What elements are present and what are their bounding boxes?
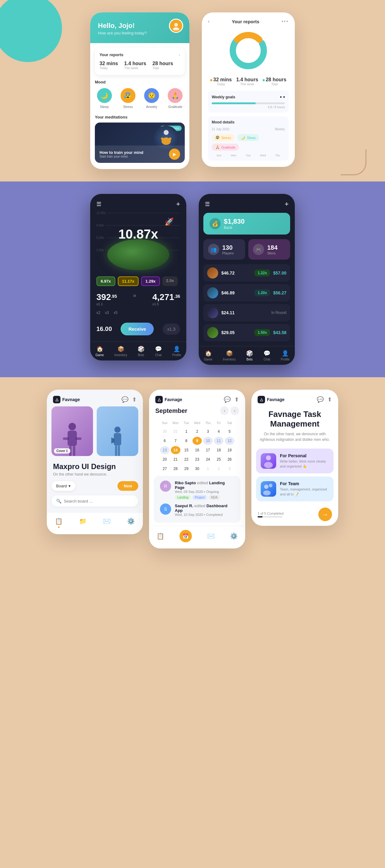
mult-opt-x2[interactable]: x2 — [96, 311, 100, 315]
cal-day-7[interactable]: 7 — [171, 437, 181, 445]
cal-day-31-prev[interactable]: 31 — [171, 428, 181, 436]
cal-day-4[interactable]: 4 — [214, 428, 224, 436]
cal-day-13[interactable]: 13 — [160, 446, 169, 454]
mult-badge-3[interactable]: 1.29x — [141, 276, 160, 286]
hamburger-menu-icon[interactable]: ☰ — [96, 201, 101, 208]
cal-day-6[interactable]: 6 — [160, 437, 169, 445]
mult-opt-x3[interactable]: x3 — [105, 311, 109, 315]
cal-day-24[interactable]: 24 — [203, 456, 213, 463]
nav-chat[interactable]: 💬 Chat — [155, 346, 162, 357]
mood-period-selector[interactable]: Weekly — [275, 127, 285, 131]
cal-day-12[interactable]: 12 — [225, 437, 234, 445]
music-card-2[interactable] — [97, 406, 138, 456]
add-button[interactable]: + — [176, 200, 180, 208]
sleep-tag[interactable]: 🌙 Sleep — [237, 134, 259, 141]
mult-badge-2[interactable]: 11.17x — [118, 276, 139, 286]
cal-day-25[interactable]: 25 — [214, 456, 224, 463]
next-button[interactable]: → — [318, 507, 332, 521]
meditation-card[interactable]: 12 sessions How to train your mind — [95, 123, 185, 163]
cal-day-17[interactable]: 17 — [203, 446, 213, 454]
cal-day-16[interactable]: 16 — [193, 446, 202, 454]
cal-day-2-next[interactable]: 2 — [214, 465, 224, 473]
bets-nav-profile[interactable]: 👤 Profile — [281, 350, 290, 361]
back-button[interactable]: ‹ — [208, 19, 210, 24]
cal-day-18[interactable]: 18 — [214, 446, 224, 454]
fav2-nav-clipboard[interactable]: 📋 — [157, 532, 164, 540]
cal-day-3-next[interactable]: 3 — [225, 465, 234, 473]
cal-day-28[interactable]: 28 — [171, 465, 181, 473]
task-card-team[interactable]: For Team Team, management, organized and… — [256, 476, 333, 501]
cal-day-27[interactable]: 27 — [160, 465, 169, 473]
nav-inventory[interactable]: 📦 Inventory — [115, 346, 127, 357]
search-input[interactable] — [64, 499, 134, 503]
cal-day-5[interactable]: 5 — [225, 428, 234, 436]
bets-nav-chat[interactable]: 💬 Chat — [263, 350, 270, 361]
fav1-nav-clipboard[interactable]: 📋 — [55, 518, 63, 528]
cal-day-3[interactable]: 3 — [203, 428, 213, 436]
cal-day-19[interactable]: 19 — [225, 446, 234, 454]
fav2-nav-mail[interactable]: ✉️ — [207, 532, 215, 540]
cal-day-1-next[interactable]: 1 — [203, 465, 213, 473]
cal-prev-button[interactable]: ‹ — [220, 406, 229, 415]
bets-nav-bets[interactable]: 🎲 Bets — [246, 350, 253, 361]
bets-add-button[interactable]: + — [285, 200, 289, 208]
tag-nda[interactable]: NDA — [208, 495, 220, 500]
mood-sleep[interactable]: 🌙 Sleep — [97, 88, 112, 108]
cal-day-15[interactable]: 15 — [182, 446, 191, 454]
stress-tag[interactable]: 😰 Stress — [212, 134, 235, 141]
message-icon[interactable]: 💬 — [122, 396, 128, 403]
nav-game[interactable]: 🏠 Game — [95, 346, 104, 357]
board-dropdown[interactable]: Board ▾ — [52, 481, 75, 491]
new-button[interactable]: New — [118, 481, 138, 491]
cal-day-21[interactable]: 21 — [171, 456, 181, 463]
receive-button[interactable]: Receive — [121, 322, 154, 335]
cal-day-26[interactable]: 26 — [225, 456, 234, 463]
fav2-nav-settings[interactable]: ⚙️ — [230, 532, 238, 540]
cal-day-9-today[interactable]: 9 — [193, 437, 202, 445]
cal-day-8[interactable]: 8 — [182, 437, 191, 445]
tag-project[interactable]: Project — [193, 495, 207, 500]
x-badge[interactable]: x1.3 — [163, 323, 180, 335]
mood-anxiety[interactable]: 😟 Anxiety — [144, 88, 159, 108]
cal-day-30-prev[interactable]: 30 — [160, 428, 169, 436]
mood-stress[interactable]: 😰 Stress — [121, 88, 135, 108]
cal-day-29[interactable]: 29 — [182, 465, 191, 473]
cal-day-1[interactable]: 1 — [182, 428, 191, 436]
bets-nav-inventory[interactable]: 📦 Inventory — [223, 350, 235, 361]
nav-profile[interactable]: 👤 Profile — [172, 346, 181, 357]
mult-opt-x5[interactable]: x5 — [114, 311, 118, 315]
music-card-1[interactable]: Cover 1 — [52, 406, 93, 456]
more-options-icon[interactable]: ••• — [282, 19, 289, 24]
gratitude-tag[interactable]: 🙏 Gratitude — [212, 144, 239, 151]
avatar[interactable] — [169, 19, 183, 33]
nav-bets[interactable]: 🎲 Bets — [138, 346, 145, 357]
weekly-goals-dots[interactable]: • • — [280, 94, 285, 100]
cal-day-23[interactable]: 23 — [193, 456, 202, 463]
reports-more-icon[interactable]: › — [179, 53, 180, 57]
cal-day-30[interactable]: 30 — [193, 465, 202, 473]
mult-badge-1[interactable]: 6.97x — [96, 276, 115, 286]
cal-day-22[interactable]: 22 — [182, 456, 191, 463]
cal-day-2[interactable]: 2 — [193, 428, 202, 436]
fav2-nav-calendar[interactable]: 📅 — [180, 530, 192, 542]
fav1-nav-mail[interactable]: ✉️ — [103, 518, 111, 528]
bets-nav-game[interactable]: 🏠 Game — [204, 350, 212, 361]
fav2-message-icon[interactable]: 💬 — [224, 396, 231, 403]
fav3-share-icon[interactable]: ⬆ — [327, 396, 332, 403]
cal-day-20[interactable]: 20 — [160, 456, 169, 463]
bets-hamburger-icon[interactable]: ☰ — [205, 201, 210, 208]
play-button[interactable]: ▶ — [169, 149, 180, 160]
fav1-nav-folder[interactable]: 📁 — [79, 518, 87, 528]
mult-badge-4[interactable]: 2.0x — [162, 276, 178, 286]
tag-landing[interactable]: Landing — [175, 495, 191, 500]
fav2-share-icon[interactable]: ⬆ — [234, 396, 239, 403]
task-card-personal[interactable]: For Personal Write better, think more cl… — [256, 448, 333, 473]
share-icon[interactable]: ⬆ — [132, 396, 137, 403]
fav1-nav-settings[interactable]: ⚙️ — [127, 518, 135, 528]
fav3-message-icon[interactable]: 💬 — [317, 396, 324, 403]
cal-day-11[interactable]: 11 — [214, 437, 224, 445]
cal-next-button[interactable]: › — [230, 406, 239, 415]
mood-gratitude[interactable]: 🙏 Gratitude — [168, 88, 183, 108]
cal-day-14[interactable]: 14 — [171, 446, 181, 454]
cal-day-10[interactable]: 10 — [203, 437, 213, 445]
